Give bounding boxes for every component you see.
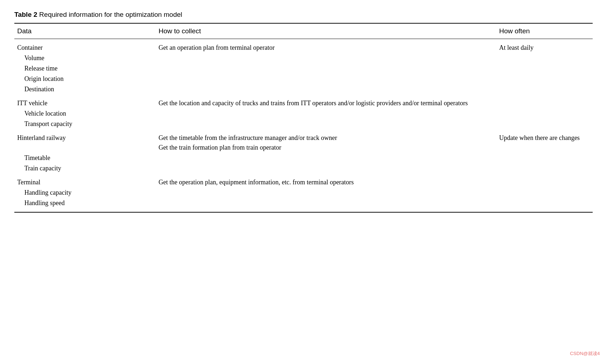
subcategory-label: Handling capacity xyxy=(14,188,156,198)
table-number: Table 2 xyxy=(14,11,37,18)
category-label: Container xyxy=(14,39,156,53)
table-title: Table 2 Required information for the opt… xyxy=(14,11,593,19)
header-often: How often xyxy=(496,23,593,39)
table-row: Destination xyxy=(14,84,593,94)
table-row: Hinterland railwayGet the timetable from… xyxy=(14,129,593,153)
subcategory-label: Vehicle location xyxy=(14,108,156,119)
category-label: Terminal xyxy=(14,174,156,188)
header-collect: How to collect xyxy=(156,23,496,39)
often-text: Update when there are changes xyxy=(496,129,593,153)
header-data: Data xyxy=(14,23,156,39)
collect-text: Get the operation plan, equipment inform… xyxy=(156,174,496,188)
table-row: Origin location xyxy=(14,74,593,84)
collect-text: Get an operation plan from terminal oper… xyxy=(156,39,496,53)
main-table: Data How to collect How often ContainerG… xyxy=(14,23,593,213)
often-text xyxy=(496,174,593,188)
subcategory-label: Destination xyxy=(14,84,156,94)
watermark: CSDN@就读4 xyxy=(570,350,600,357)
subcategory-label: Transport capacity xyxy=(14,119,156,129)
table-row: Release time xyxy=(14,63,593,74)
table-row: Volume xyxy=(14,53,593,63)
category-label: Hinterland railway xyxy=(14,129,156,153)
subcategory-label: Train capacity xyxy=(14,163,156,174)
often-text: At least daily xyxy=(496,39,593,53)
subcategory-label: Volume xyxy=(14,53,156,63)
often-text xyxy=(496,94,593,108)
category-label: ITT vehicle xyxy=(14,94,156,108)
subcategory-label: Timetable xyxy=(14,153,156,163)
collect-text: Get the location and capacity of trucks … xyxy=(156,94,496,108)
table-row: Transport capacity xyxy=(14,119,593,129)
table-row: ContainerGet an operation plan from term… xyxy=(14,39,593,53)
subcategory-label: Handling speed xyxy=(14,198,156,212)
table-row: Handling speed xyxy=(14,198,593,212)
table-row: Handling capacity xyxy=(14,188,593,198)
table-row: ITT vehicleGet the location and capacity… xyxy=(14,94,593,108)
table-row: Timetable xyxy=(14,153,593,163)
collect-text: Get the timetable from the infrastructur… xyxy=(156,129,496,153)
table-row: Train capacity xyxy=(14,163,593,174)
table-row: Vehicle location xyxy=(14,108,593,119)
subcategory-label: Release time xyxy=(14,63,156,74)
table-row: TerminalGet the operation plan, equipmen… xyxy=(14,174,593,188)
table-title-rest: Required information for the optimizatio… xyxy=(37,11,182,18)
subcategory-label: Origin location xyxy=(14,74,156,84)
